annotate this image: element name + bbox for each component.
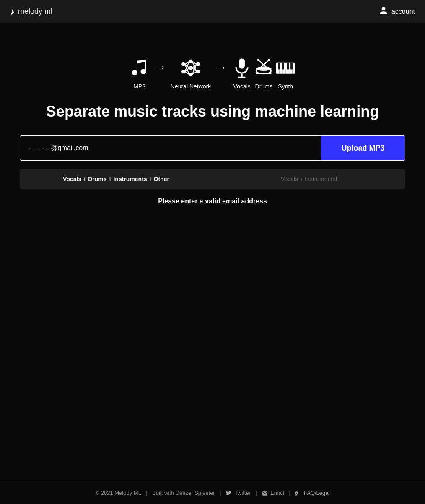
twitter-link[interactable]: Twitter	[226, 490, 252, 496]
synth-icon	[275, 57, 296, 79]
tab-vocals-instrumental[interactable]: Vocals + Instrumental	[212, 169, 405, 189]
tab-vocals-drums-instruments[interactable]: Vocals + Drums + Instruments + Other	[20, 169, 212, 189]
separator-4: |	[289, 490, 290, 496]
svg-point-5	[197, 63, 200, 66]
header: ♪ melody ml account	[0, 0, 425, 23]
validation-message: Please enter a valid email address	[158, 197, 267, 205]
footer: © 2021 Melody ML | Built with Deezer Spl…	[0, 482, 425, 504]
upload-mp3-button[interactable]: Upload MP3	[321, 136, 405, 160]
svg-point-2	[189, 60, 192, 63]
svg-point-28	[268, 59, 270, 61]
account-button[interactable]: account	[379, 6, 415, 17]
diagram-item-synth: Synth	[275, 57, 296, 90]
microphone-icon	[231, 57, 253, 79]
arrow-1: →	[155, 61, 166, 86]
key-icon	[295, 490, 304, 496]
diagram-item-neural: Neural Network	[171, 57, 211, 90]
separator-1: |	[146, 490, 147, 496]
svg-point-1	[182, 70, 185, 73]
separation-tabs: Vocals + Drums + Instruments + Other Voc…	[20, 169, 405, 189]
neural-network-icon	[180, 57, 202, 79]
email-link[interactable]: Email	[262, 490, 286, 496]
separator-3: |	[256, 490, 257, 496]
copyright-text: © 2021 Melody ML	[96, 490, 141, 496]
logo[interactable]: ♪ melody ml	[10, 6, 52, 17]
music-note-icon: ♪	[10, 6, 15, 17]
diagram-label-neural: Neural Network	[171, 83, 211, 90]
diagram-item-drums: Drums	[253, 57, 275, 90]
svg-point-4	[189, 73, 192, 76]
upload-row: Upload MP3	[20, 135, 405, 161]
email-input[interactable]	[20, 136, 321, 160]
twitter-icon	[226, 490, 234, 496]
svg-point-24	[257, 67, 271, 71]
separator-2: |	[220, 490, 221, 496]
diagram-item-vocals: Vocals	[231, 57, 253, 90]
svg-rect-32	[287, 63, 289, 70]
main-heading: Separate music tracks using machine lear…	[46, 102, 379, 120]
svg-rect-19	[239, 58, 245, 68]
diagram-label-drums: Drums	[255, 83, 272, 90]
svg-rect-33	[290, 63, 293, 70]
svg-point-0	[182, 63, 185, 66]
diagram-label-vocals: Vocals	[233, 83, 251, 90]
faq-link[interactable]: FAQ/Legal	[295, 490, 329, 496]
svg-rect-30	[278, 63, 280, 70]
faq-label: FAQ/Legal	[304, 490, 329, 496]
account-label: account	[391, 8, 415, 16]
svg-point-3	[189, 67, 192, 70]
main-content: MP3 →	[0, 23, 425, 205]
email-label: Email	[270, 490, 284, 496]
diagram-item-mp3: MP3	[129, 57, 150, 90]
twitter-label: Twitter	[235, 490, 251, 496]
email-icon	[262, 490, 271, 496]
arrow-2: →	[215, 61, 227, 86]
svg-point-27	[257, 59, 259, 61]
music-note-diagram-icon	[129, 57, 150, 79]
svg-rect-21	[238, 77, 246, 78]
svg-rect-31	[282, 63, 284, 70]
diagram-label-synth: Synth	[278, 83, 293, 90]
drums-icon	[253, 57, 275, 79]
diagram: MP3 →	[129, 57, 296, 90]
person-icon	[379, 6, 388, 17]
logo-text: melody ml	[18, 7, 52, 16]
svg-point-6	[197, 70, 200, 73]
diagram-label-mp3: MP3	[133, 83, 145, 90]
built-with-text: Built with Deezer Spleeter	[152, 490, 215, 496]
